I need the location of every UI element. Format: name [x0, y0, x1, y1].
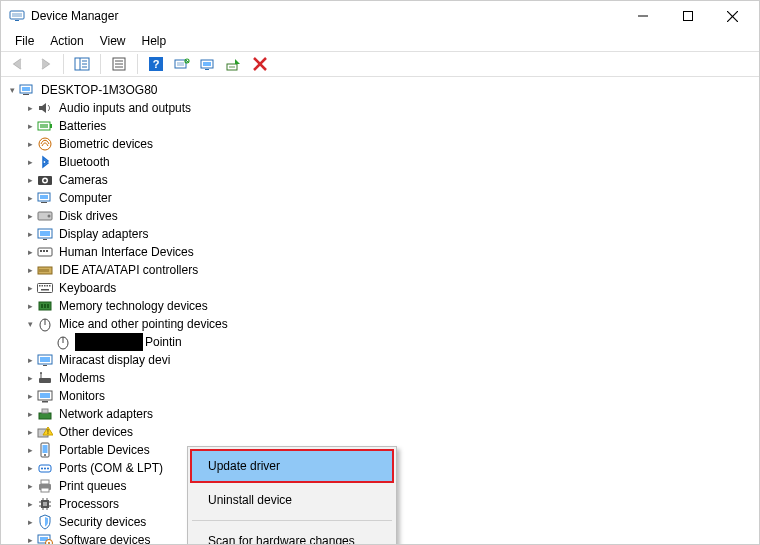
back-button[interactable] [7, 53, 31, 75]
tree-category-mice[interactable]: ▾ Mice and other pointing devices [5, 315, 757, 333]
tree-category[interactable]: ▸Audio inputs and outputs [5, 99, 757, 117]
category-label[interactable]: Modems [57, 369, 107, 387]
update-driver-button[interactable] [196, 53, 220, 75]
category-label[interactable]: Disk drives [57, 207, 120, 225]
category-label[interactable]: Computer [57, 189, 114, 207]
svg-text:!: ! [47, 428, 49, 435]
chevron-right-icon[interactable]: ▸ [23, 533, 37, 544]
tree-category[interactable]: ▸Display adapters [5, 225, 757, 243]
svg-rect-93 [41, 488, 49, 492]
tree-category[interactable]: ▸!Other devices [5, 423, 757, 441]
category-label[interactable]: Network adapters [57, 405, 155, 423]
category-label[interactable]: Processors [57, 495, 121, 513]
category-label[interactable]: IDE ATA/ATAPI controllers [57, 261, 200, 279]
category-label[interactable]: Memory technology devices [57, 297, 210, 315]
tree-category[interactable]: ▸IDE ATA/ATAPI controllers [5, 261, 757, 279]
delete-button[interactable] [248, 53, 272, 75]
tree-category[interactable]: ▸Memory technology devices [5, 297, 757, 315]
category-label[interactable]: Miracast display devi [57, 351, 172, 369]
chevron-right-icon[interactable]: ▸ [23, 479, 37, 493]
chevron-right-icon[interactable]: ▸ [23, 407, 37, 421]
category-label[interactable]: Audio inputs and outputs [57, 99, 193, 117]
category-label[interactable]: Cameras [57, 171, 110, 189]
category-label[interactable]: Ports (COM & LPT) [57, 459, 165, 477]
menu-action[interactable]: Action [42, 32, 91, 50]
properties-button[interactable] [107, 53, 131, 75]
tree-category[interactable]: ▸Monitors [5, 387, 757, 405]
tree-category[interactable]: ▸Batteries [5, 117, 757, 135]
tree-category[interactable]: ▸Network adapters [5, 405, 757, 423]
tree-category[interactable]: ▸Miracast display devi [5, 351, 757, 369]
menu-help[interactable]: Help [134, 32, 175, 50]
chevron-right-icon[interactable]: ▸ [23, 263, 37, 277]
chevron-right-icon[interactable]: ▸ [23, 137, 37, 151]
category-label[interactable]: Print queues [57, 477, 128, 495]
chevron-right-icon[interactable]: ▸ [23, 119, 37, 133]
menu-item-update-driver[interactable]: Update driver [190, 449, 394, 483]
chevron-right-icon[interactable]: ▸ [23, 461, 37, 475]
chevron-right-icon[interactable]: ▸ [23, 155, 37, 169]
chevron-right-icon[interactable]: ▸ [23, 299, 37, 313]
chevron-right-icon[interactable]: ▸ [23, 515, 37, 529]
tree-device-selected[interactable]: ▸ Pointin [5, 333, 757, 351]
svg-rect-85 [43, 445, 48, 453]
menu-file[interactable]: File [7, 32, 42, 50]
category-label[interactable]: Software devices [57, 531, 152, 544]
maximize-button[interactable] [665, 2, 710, 30]
tree-root[interactable]: ▾ DESKTOP-1M3OG80 [5, 81, 757, 99]
chevron-right-icon[interactable]: ▸ [23, 173, 37, 187]
category-label[interactable]: Bluetooth [57, 153, 112, 171]
mouse-icon [55, 334, 71, 350]
show-hide-tree-button[interactable] [70, 53, 94, 75]
tree-category[interactable]: ▸Disk drives [5, 207, 757, 225]
category-label[interactable]: Security devices [57, 513, 148, 531]
minimize-button[interactable] [620, 2, 665, 30]
uninstall-button[interactable] [222, 53, 246, 75]
svg-rect-81 [42, 409, 48, 413]
category-label[interactable]: Monitors [57, 387, 107, 405]
chevron-right-icon[interactable]: ▸ [23, 245, 37, 259]
chevron-right-icon[interactable]: ▸ [23, 281, 37, 295]
tree-category[interactable]: ▸Modems [5, 369, 757, 387]
tree-category[interactable]: ▸Cameras [5, 171, 757, 189]
category-label[interactable]: Human Interface Devices [57, 243, 196, 261]
tree-category[interactable]: ▸Bluetooth [5, 153, 757, 171]
computer-name[interactable]: DESKTOP-1M3OG80 [39, 81, 159, 99]
close-button[interactable] [710, 2, 755, 30]
chevron-right-icon[interactable]: ▸ [23, 101, 37, 115]
category-label[interactable]: Mice and other pointing devices [57, 315, 230, 333]
chevron-right-icon[interactable]: ▸ [23, 227, 37, 241]
tree-category[interactable]: ▸Computer [5, 189, 757, 207]
chevron-right-icon[interactable]: ▸ [23, 371, 37, 385]
category-label[interactable]: Batteries [57, 117, 108, 135]
help-button[interactable]: ? [144, 53, 168, 75]
scan-hardware-button[interactable] [170, 53, 194, 75]
category-label[interactable]: Biometric devices [57, 135, 155, 153]
chevron-right-icon[interactable]: ▸ [23, 209, 37, 223]
svg-rect-49 [46, 250, 48, 252]
menu-item-scan[interactable]: Scan for hardware changes [190, 524, 394, 544]
chevron-down-icon[interactable]: ▾ [23, 317, 37, 331]
forward-button[interactable] [33, 53, 57, 75]
chevron-right-icon[interactable]: ▸ [23, 191, 37, 205]
category-label[interactable]: Display adapters [57, 225, 150, 243]
tree-category[interactable]: ▸Biometric devices [5, 135, 757, 153]
menu-item-uninstall[interactable]: Uninstall device [190, 483, 394, 517]
menu-view[interactable]: View [92, 32, 134, 50]
chevron-right-icon[interactable]: ▸ [23, 497, 37, 511]
device-label-suffix[interactable]: Pointin [143, 333, 184, 351]
category-label[interactable]: Keyboards [57, 279, 118, 297]
device-tree[interactable]: ▾ DESKTOP-1M3OG80 ▸Audio inputs and outp… [1, 77, 759, 544]
chevron-right-icon[interactable]: ▸ [23, 353, 37, 367]
tree-category[interactable]: ▸Human Interface Devices [5, 243, 757, 261]
tree-category[interactable]: ▸Keyboards [5, 279, 757, 297]
network-icon [37, 406, 53, 422]
chevron-right-icon[interactable]: ▸ [23, 389, 37, 403]
category-label[interactable]: Portable Devices [57, 441, 152, 459]
chevron-right-icon[interactable]: ▸ [23, 425, 37, 439]
chevron-down-icon[interactable]: ▾ [5, 83, 19, 97]
chevron-right-icon[interactable]: ▸ [23, 443, 37, 457]
device-label-redacted[interactable] [75, 333, 143, 351]
battery-icon [37, 118, 53, 134]
category-label[interactable]: Other devices [57, 423, 135, 441]
